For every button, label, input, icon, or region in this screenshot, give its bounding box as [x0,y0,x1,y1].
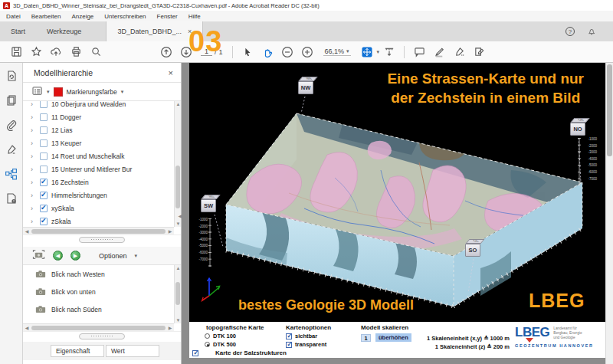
document-vertical-scrollbar[interactable] [605,63,613,364]
tab-start[interactable]: Start [0,21,36,41]
model-tree-icon[interactable] [5,167,18,181]
dtk500-radio-row[interactable]: DTK 500 [205,341,287,348]
views-horizontal-scrollbar[interactable]: ◀▶ [23,323,174,331]
tree-item[interactable]: ›15 Unterer und Mittlerer Bur [31,162,174,175]
panel-splitter[interactable] [23,331,181,340]
attachments-icon[interactable] [5,118,18,132]
previous-view-button[interactable]: ◀ [53,251,63,261]
expand-arrow-icon[interactable]: › [31,152,36,160]
bell-icon[interactable] [587,27,596,36]
export-pdf-icon[interactable] [5,69,18,83]
view-list-item[interactable]: Blick nach Süden [23,300,174,318]
expand-arrow-icon[interactable]: › [31,113,36,121]
page-thumbnails-icon[interactable] [5,93,18,107]
panel-splitter[interactable] [23,234,181,244]
star-icon[interactable] [26,44,46,61]
next-view-button[interactable]: ▶ [70,251,80,261]
visibility-checkbox[interactable] [40,101,48,108]
scroll-mode-icon[interactable] [379,44,399,61]
scale-value-input[interactable]: 1 [361,334,371,342]
tab-tools[interactable]: Werkzeuge [36,21,92,41]
chevron-down-icon[interactable]: ▾ [121,89,124,95]
visibility-checkbox[interactable] [40,192,48,199]
dtk100-radio-row[interactable]: DTK 100 [205,333,287,339]
expand-arrow-icon[interactable]: › [31,139,36,147]
print-icon[interactable] [66,44,86,61]
visibility-checkbox[interactable] [40,139,48,147]
salt-map-checkbox-row[interactable]: Karte der Salzstrukturen [192,349,287,356]
share-cloud-icon[interactable] [46,44,66,61]
menu-item-fenster[interactable]: Fenster [157,13,178,20]
chevron-down-icon[interactable]: ▾ [47,89,50,95]
transparent-checkbox-row[interactable]: transparent [286,341,331,348]
options-menu[interactable]: Optionen [99,252,127,260]
tree-item[interactable]: ›xySkala [31,202,174,215]
expand-arrow-icon[interactable]: › [31,126,36,134]
search-icon[interactable] [86,44,106,61]
menu-item-bearbeiten[interactable]: Bearbeiten [31,13,61,20]
tree-item[interactable]: ›14 Roet und Muschelkalk [31,149,174,162]
zoom-out-icon[interactable] [277,44,297,61]
expand-arrow-icon[interactable]: › [31,218,36,225]
3d-viewport[interactable]: NWNW NONO SWSW SOSO -1000-2000-3000-4000… [189,63,605,322]
menu-item-anzeige[interactable]: Anzeige [71,13,93,20]
salt-map-checkbox[interactable] [192,350,198,356]
help-icon[interactable]: ? [565,27,575,36]
marker-color-swatch[interactable] [54,87,63,97]
expand-arrow-icon[interactable]: › [31,101,36,108]
transparent-checkbox[interactable] [286,342,292,348]
chevron-down-icon[interactable]: ▾ [135,253,138,259]
expand-arrow-icon[interactable]: › [31,179,36,186]
dtk500-radio[interactable] [205,342,210,347]
tree-item[interactable]: ›16 Zechstein [31,175,174,189]
scrollbar-thumb[interactable] [607,64,612,156]
expand-arrow-icon[interactable]: › [31,192,36,199]
dtk100-radio[interactable] [205,333,210,339]
tree-item[interactable]: ›zSkala [31,215,174,227]
visibility-checkbox[interactable] [40,166,48,173]
signature-icon[interactable] [5,143,18,156]
comment-icon[interactable] [409,44,429,61]
select-tool-icon[interactable] [238,44,257,61]
fill-sign-icon[interactable] [449,44,469,61]
save-icon[interactable] [6,44,26,61]
visibility-checkbox[interactable] [40,205,48,212]
tree-item[interactable]: ›Himmelsrichtungen [31,189,174,202]
hand-tool-icon[interactable] [257,44,277,61]
tree-vertical-scrollbar[interactable]: ▲ ▼ [174,101,181,227]
visibility-checkbox[interactable] [40,218,48,225]
send-sign-icon[interactable] [469,44,489,61]
zoom-in-icon[interactable] [297,44,317,61]
visible-checkbox[interactable] [286,333,292,339]
visibility-checkbox[interactable] [40,126,48,134]
highlight-icon[interactable] [429,44,449,61]
expand-arrow-icon[interactable]: › [31,166,36,173]
tree-item[interactable]: ›10 Oberjura und Wealden [31,101,174,110]
visibility-checkbox[interactable] [40,152,48,160]
tree-item[interactable]: ›13 Keuper [31,136,174,149]
menu-item-unterschreiben[interactable]: Unterschreiben [104,13,146,20]
exaggerate-button[interactable]: überhöhen [375,333,411,342]
views-vertical-scrollbar[interactable]: ▲ ▼ [174,265,181,323]
tree-item[interactable]: ›12 Lias [31,123,174,136]
view-list-item[interactable]: Blick von unten [23,283,174,300]
view-list-item[interactable]: Blick nach Westen [23,265,174,283]
zoom-level-select[interactable]: 66,1%▾ [323,48,351,56]
value-column[interactable]: Wert [106,345,159,357]
tree-horizontal-scrollbar[interactable]: ◀▶ [23,227,174,234]
visible-checkbox-row[interactable]: sichtbar [286,333,331,339]
tree-display-options-icon[interactable] [32,85,43,99]
menu-item-datei[interactable]: Datei [6,13,21,20]
previous-page-icon[interactable] [156,44,176,61]
view-list-item[interactable]: Kommentaransicht7 [23,318,174,323]
protected-document-icon[interactable] [5,192,18,205]
expand-arrow-icon[interactable]: › [31,205,36,212]
fit-page-icon[interactable] [357,44,377,61]
capture-view-icon[interactable] [32,249,45,263]
tree-item[interactable]: ›11 Dogger [31,110,174,123]
collapse-panel-icon[interactable]: ◀ [178,213,182,218]
property-column[interactable]: Eigenschaft [51,345,104,357]
visibility-checkbox[interactable] [40,113,48,121]
close-panel-icon[interactable]: × [169,68,173,77]
visibility-checkbox[interactable] [40,179,48,186]
